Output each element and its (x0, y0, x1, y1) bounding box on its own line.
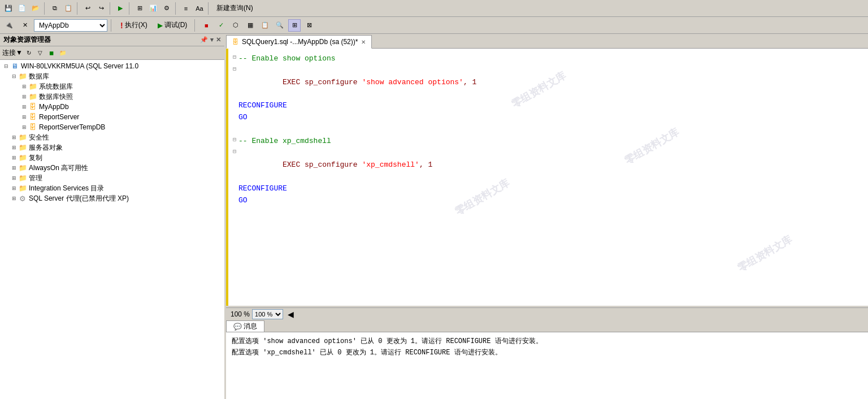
open-btn[interactable]: 📂 (29, 2, 42, 15)
tb-icon6[interactable]: ⊠ (303, 19, 315, 32)
rep-label: 复制 (29, 153, 42, 163)
redo-btn[interactable]: ↪ (95, 2, 107, 15)
line-content-3: RECONFIGURE (238, 100, 863, 112)
check-btn[interactable]: ✓ (215, 19, 227, 32)
connect-label[interactable]: 连接▼ (2, 48, 23, 58)
srv-obj-icon: 📁 (18, 143, 27, 152)
tb-icon3[interactable]: 📋 (259, 19, 271, 32)
tb-icon5[interactable]: ⊞ (288, 19, 301, 32)
server-icon: 🖥 (10, 62, 19, 71)
rs-expander[interactable]: ⊞ (20, 113, 28, 121)
tree-security[interactable]: ⊞ 📁 安全性 (0, 132, 224, 142)
messages-tab[interactable]: 💬 消息 (226, 320, 264, 332)
sep7 (111, 19, 113, 32)
is-expander[interactable]: ⊞ (10, 184, 18, 192)
sep5 (175, 2, 177, 15)
paste-btn[interactable]: 📋 (62, 2, 75, 15)
disconnect-btn[interactable]: ✕ (18, 19, 32, 32)
copy-btn[interactable]: ⧉ (49, 2, 61, 15)
save-btn[interactable]: 💾 (2, 2, 15, 15)
tree-reportserver[interactable]: ⊞ 🗄 ReportServer (0, 112, 224, 122)
tb-icon4[interactable]: 🔍 (274, 19, 286, 32)
debug-button[interactable]: ▶ 调试(D) (154, 19, 192, 32)
tree-server-objects[interactable]: ⊞ 📁 服务器对象 (0, 142, 224, 153)
tree-server-node[interactable]: ⊟ 🖥 WIN-80LVKKRM5UA (SQL Server 11.0 (0, 61, 224, 71)
new-btn[interactable]: 📄 (16, 2, 28, 15)
snapshot-folder-icon: 📁 (28, 92, 37, 101)
zoom-select[interactable]: 100 % 75 % 150 % (252, 309, 283, 319)
zoom-label: 100 % (231, 310, 250, 318)
tree-snapshot[interactable]: ⊞ 📁 数据库快照 (0, 92, 224, 102)
chart-btn[interactable]: 📊 (147, 2, 159, 15)
pin-icon[interactable]: 📌 (200, 36, 208, 44)
tree-integration-services[interactable]: ⊞ 📁 Integration Services 目录 (0, 183, 224, 193)
code-editor[interactable]: 零组资料文库 零组资料文库 零组资料文库 零组资料文库 ⊟ -- Enable … (226, 49, 868, 307)
connect-tb-btn[interactable]: 🔌 (2, 19, 16, 32)
grid-btn[interactable]: ⊞ (133, 2, 146, 15)
collapse-1[interactable]: ⊟ (231, 53, 238, 62)
mgmt-expander[interactable]: ⊞ (10, 174, 18, 182)
srv-obj-expander[interactable]: ⊞ (10, 144, 18, 151)
close-panel-icon[interactable]: ✕ (216, 36, 221, 44)
myappdb-expander[interactable]: ⊞ (20, 103, 28, 111)
code-line-1: ⊟ -- Enable show options (226, 53, 868, 65)
collapse-9 (231, 195, 238, 204)
tab-close-icon[interactable]: ✕ (361, 39, 366, 45)
code-line-6: ⊟ -- Enable xp_cmdshell (226, 136, 868, 148)
is-label: Integration Services 目录 (29, 184, 104, 193)
database-selector[interactable]: MyAppDb (34, 19, 107, 32)
collapse-7[interactable]: ⊟ (231, 148, 238, 157)
server-expander[interactable]: ⊟ (2, 62, 10, 70)
execute-button[interactable]: ! 执行(X) (116, 19, 151, 32)
refresh-btn[interactable]: ↻ (24, 48, 34, 58)
run-btn[interactable]: ▶ (114, 2, 127, 15)
arrow-icon[interactable]: ▾ (210, 36, 214, 44)
security-expander[interactable]: ⊞ (10, 133, 18, 141)
message-line-2: 配置选项 'xp_cmdshell' 已从 0 更改为 1。请运行 RECONF… (232, 347, 862, 358)
message-content-area: 配置选项 'show advanced options' 已从 0 更改为 1。… (226, 332, 868, 399)
stop-btn[interactable]: ■ (200, 19, 212, 32)
tree-management[interactable]: ⊞ 📁 管理 (0, 173, 224, 183)
ao-expander[interactable]: ⊞ (10, 164, 18, 172)
sep6 (208, 2, 210, 15)
sep4 (129, 2, 131, 15)
tree-alwayson[interactable]: ⊞ 📁 AlwaysOn 高可用性 (0, 163, 224, 173)
rep-expander[interactable]: ⊞ (10, 154, 18, 162)
format-btn[interactable]: Aa (193, 2, 206, 15)
tree-myappdb[interactable]: ⊞ 🗄 MyAppDb (0, 102, 224, 112)
tb-icon2[interactable]: ▦ (244, 19, 257, 32)
message-tab-bar: 💬 消息 (226, 320, 868, 332)
collapse-tree-btn[interactable]: 📁 (58, 48, 68, 58)
agent-expander[interactable]: ⊞ (10, 194, 18, 202)
tree-databases-folder[interactable]: ⊟ 📁 数据库 (0, 71, 224, 81)
collapse-2[interactable]: ⊟ (231, 65, 238, 74)
tree-system-db[interactable]: ⊞ 📁 系统数据库 (0, 81, 224, 92)
tree-replication[interactable]: ⊞ 📁 复制 (0, 153, 224, 163)
db-folder-expander[interactable]: ⊟ (10, 72, 18, 80)
settings-btn[interactable]: ⚙ (160, 2, 173, 15)
code-line-5 (226, 124, 868, 136)
snapshot-expander[interactable]: ⊞ (20, 93, 28, 101)
query-tab[interactable]: 🗄 SQLQuery1.sql -...MyAppDb (sa (52))* ✕ (226, 35, 372, 49)
rep-icon: 📁 (18, 153, 27, 162)
line-content-9: GO (238, 195, 863, 207)
myappdb-icon: 🗄 (28, 102, 37, 111)
tree-sql-agent[interactable]: ⊞ ⚙ SQL Server 代理(已禁用代理 XP) (0, 193, 224, 203)
security-icon: 📁 (18, 133, 27, 142)
tb-icon1[interactable]: ⬡ (229, 19, 242, 32)
scroll-left-icon[interactable]: ◀ (288, 310, 294, 319)
collapse-6[interactable]: ⊟ (231, 136, 238, 145)
filter-btn[interactable]: ▽ (35, 48, 45, 58)
line-content-8: RECONFIGURE (238, 183, 863, 195)
tree-view[interactable]: ⊟ 🖥 WIN-80LVKKRM5UA (SQL Server 11.0 ⊟ 📁… (0, 60, 224, 399)
sep1 (44, 2, 46, 15)
sysdb-expander[interactable]: ⊞ (20, 83, 28, 90)
align-btn[interactable]: ≡ (180, 2, 192, 15)
toolbar-top: 💾 📄 📂 ⧉ 📋 ↩ ↪ ▶ ⊞ 📊 ⚙ ≡ Aa 新建查询(N) (0, 0, 868, 17)
rstmp-expander[interactable]: ⊞ (20, 123, 28, 131)
stop-tree-btn[interactable]: ◼ (46, 48, 57, 58)
myappdb-label: MyAppDb (39, 103, 69, 111)
new-query-btn[interactable]: 新建查询(N) (212, 2, 257, 15)
undo-btn[interactable]: ↩ (81, 2, 94, 15)
tree-reportservertempdb[interactable]: ⊞ 🗄 ReportServerTempDB (0, 122, 224, 132)
